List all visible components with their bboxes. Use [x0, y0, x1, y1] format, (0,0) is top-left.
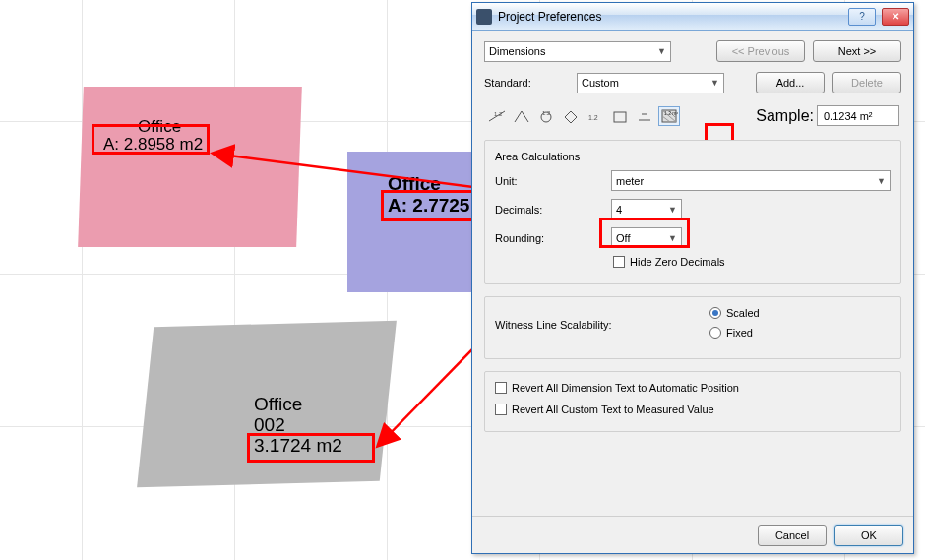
decimals-value: 4: [616, 204, 622, 216]
room-gray-name: Office 002: [254, 395, 302, 436]
sample-label: Sample:: [756, 107, 814, 125]
svg-text:1.2 m²: 1.2 m²: [664, 110, 678, 116]
highlight-decimals: [599, 218, 690, 248]
revert-measured-label: Revert All Custom Text to Measured Value: [512, 404, 714, 415]
witness-label: Witness Line Scalability:: [495, 319, 702, 331]
sample-display: 0.1234 m²: [817, 105, 899, 126]
previous-button[interactable]: << Previous: [716, 40, 805, 62]
fixed-radio[interactable]: [709, 327, 721, 339]
standard-label: Standard:: [484, 77, 569, 89]
chevron-down-icon: ▼: [657, 46, 666, 56]
category-dropdown[interactable]: Dimensions▼: [484, 41, 671, 62]
cancel-button[interactable]: Cancel: [758, 525, 827, 546]
dialog-title: Project Preferences: [498, 10, 842, 24]
scaled-radio[interactable]: [709, 307, 721, 319]
standard-dropdown[interactable]: Custom▼: [577, 73, 724, 93]
svg-text:1.2: 1.2: [494, 111, 503, 117]
chevron-down-icon: ▼: [668, 205, 677, 215]
fixed-label: Fixed: [726, 327, 753, 339]
titlebar[interactable]: Project Preferences ? ✕: [472, 3, 913, 31]
hide-zero-label: Hide Zero Decimals: [630, 256, 725, 268]
revert-autopos-checkbox[interactable]: [495, 382, 507, 394]
unit-value: meter: [616, 175, 644, 187]
dim-type-level-icon[interactable]: [560, 106, 582, 126]
chevron-down-icon: ▼: [710, 78, 719, 88]
dim-type-linear-icon[interactable]: 1.2: [486, 106, 508, 126]
dim-type-elevation-icon[interactable]: 1.2: [585, 106, 606, 126]
add-button[interactable]: Add...: [756, 72, 825, 93]
category-value: Dimensions: [489, 45, 545, 57]
unit-dropdown[interactable]: meter▼: [611, 170, 891, 191]
highlight-purple: [381, 190, 481, 221]
close-button[interactable]: ✕: [882, 8, 909, 26]
decimals-label: Decimals:: [495, 204, 603, 216]
rounding-label: Rounding:: [495, 232, 603, 244]
svg-text:1.2: 1.2: [542, 110, 551, 116]
reverts-section: Revert All Dimension Text to Automatic P…: [484, 371, 901, 432]
ok-button[interactable]: OK: [834, 525, 903, 546]
dim-type-area-icon[interactable]: 1.2 m²: [658, 106, 680, 126]
unit-label: Unit:: [495, 175, 603, 187]
standard-value: Custom: [582, 77, 619, 89]
highlight-pink: [92, 124, 210, 155]
project-preferences-dialog: Project Preferences ? ✕ Dimensions▼ << P…: [471, 2, 914, 554]
scaled-label: Scaled: [726, 307, 760, 319]
dim-type-angular-icon[interactable]: [511, 106, 532, 126]
app-icon: [476, 9, 492, 25]
hide-zero-checkbox[interactable]: [613, 256, 625, 268]
delete-button[interactable]: Delete: [832, 72, 901, 93]
help-button[interactable]: ?: [848, 8, 876, 26]
witness-section: Witness Line Scalability: Scaled Fixed: [484, 296, 901, 359]
dim-type-radial-icon[interactable]: 1.2: [535, 106, 557, 126]
svg-text:1.2: 1.2: [588, 114, 598, 121]
dim-type-door-icon[interactable]: [609, 106, 631, 126]
dim-type-sill-icon[interactable]: [634, 106, 655, 126]
revert-measured-checkbox[interactable]: [495, 404, 507, 415]
highlight-gray: [247, 433, 375, 463]
room-pink: [78, 87, 302, 247]
decimals-dropdown[interactable]: 4▼: [611, 199, 682, 219]
chevron-down-icon: ▼: [877, 176, 886, 186]
svg-rect-7: [614, 112, 626, 122]
revert-autopos-label: Revert All Dimension Text to Automatic P…: [512, 382, 739, 394]
area-calculations-section: Area Calculations Unit: meter▼ Decimals:…: [484, 140, 901, 284]
next-button[interactable]: Next >>: [813, 40, 901, 62]
area-section-title: Area Calculations: [495, 151, 891, 162]
